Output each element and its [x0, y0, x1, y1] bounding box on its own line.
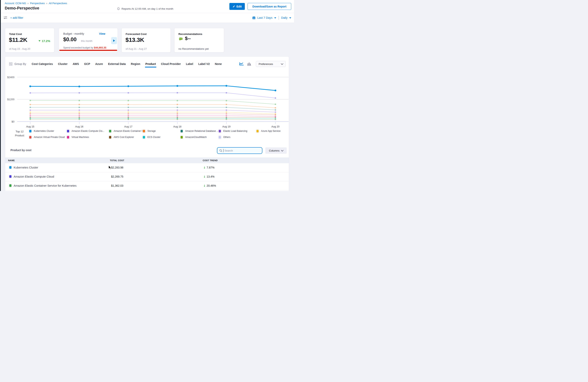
row-product-name: Kubernetes Cluster [14, 166, 38, 169]
report-schedule-note: Reports At 12:00 AM, on day 1 of the mon… [117, 7, 173, 10]
tab-external-data[interactable]: External Data [108, 62, 126, 65]
series-color-swatch [9, 184, 12, 188]
forecasted-cost-period: of Aug 21 - Aug 27 [126, 47, 147, 50]
column-header-name[interactable]: NAME [8, 159, 15, 162]
table-row-amazon-elastic-container-service-for-kubernetes[interactable]: Amazon Elastic Container Service for Kub… [5, 181, 289, 191]
breadcrumb-account-link[interactable]: Account: CCM-NG [5, 2, 26, 5]
table-body: Kubernetes Cluster$2,283.98↓7.87%Amazon … [5, 163, 289, 191]
legend-item-label: ECS Cluster [147, 136, 160, 138]
line-chart-toggle-icon[interactable] [239, 62, 244, 66]
chevron-down-icon[interactable] [274, 17, 276, 19]
columns-dropdown[interactable]: Columns [265, 147, 287, 154]
tab-label[interactable]: Label [186, 62, 193, 65]
svg-text:Aug 16: Aug 16 [75, 125, 83, 128]
chart-legend: Top 12 Product Kubernetes ClusterAmazon … [5, 129, 286, 140]
series-color-swatch [180, 135, 183, 139]
row-product-name: Amazon Elastic Compute Cloud [14, 175, 54, 178]
series-color-swatch [218, 135, 221, 139]
time-controls: Last 7 Days Daily [252, 16, 291, 20]
date-range-dropdown[interactable]: Last 7 Days [257, 16, 273, 19]
budget-next-button[interactable] [111, 37, 117, 44]
total-cost-trend-value: 17.2% [42, 39, 50, 43]
cost-trend-line-chart[interactable]: $2400$1200$0Aug 15Aug 16Aug 17Aug 18Aug … [5, 73, 289, 133]
table-row-kubernetes-cluster[interactable]: Kubernetes Cluster$2,283.98↓7.87% [5, 163, 289, 172]
legend-item-label: Others [223, 136, 230, 138]
legend-item-storage[interactable]: Storage [142, 129, 180, 133]
row-cost-trend: ↓13.4% [203, 175, 214, 178]
table-section-title: Product by cost [10, 149, 31, 152]
svg-text:$2400: $2400 [7, 76, 14, 79]
tab-product[interactable]: Product [146, 62, 156, 65]
chevron-down-icon [281, 149, 284, 152]
legend-item-label: Amazon Elastic Compute Clo... [72, 130, 104, 133]
series-color-swatch [66, 135, 70, 139]
calendar-icon [252, 16, 255, 19]
tab-cluster[interactable]: Cluster [58, 62, 68, 65]
budget-exceeded-note: Spend exceeded budget by $44,693.35 [63, 46, 106, 49]
series-color-swatch [108, 135, 112, 139]
tab-label-v2[interactable]: Label V2 [198, 62, 210, 65]
preferences-dropdown[interactable]: Preferences [256, 61, 286, 67]
granularity-dropdown[interactable]: Daily [281, 16, 288, 19]
total-cost-card: Total Cost $11.2K 17.2% of Aug 15 - Aug … [5, 28, 54, 53]
row-product-name: Amazon Elastic Container Service for Kub… [14, 184, 76, 187]
series-color-swatch [108, 129, 112, 133]
tab-aws[interactable]: AWS [73, 62, 79, 65]
legend-item-amazon-relational-database[interactable]: Amazon Relational Database ... [180, 129, 218, 133]
row-cost-trend: ↓20.46% [203, 184, 216, 187]
recommendations-value: $-- [185, 36, 191, 41]
row-trend-value: 7.87% [207, 166, 215, 169]
tab-cost-categories[interactable]: Cost Categories [32, 62, 53, 65]
tab-cloud-provider[interactable]: Cloud Provider [161, 62, 181, 65]
recommendations-title: Recommendations [178, 33, 202, 36]
series-color-swatch [142, 135, 146, 139]
trend-down-arrow-icon: ↓ [203, 175, 206, 178]
row-trend-value: 13.4% [207, 175, 215, 178]
tab-gcp[interactable]: GCP [84, 62, 90, 65]
row-cost-trend: ↓7.87% [203, 166, 214, 169]
series-color-swatch [256, 129, 259, 133]
table-row-amazon-elastic-compute-cloud[interactable]: Amazon Elastic Compute Cloud$2,269.75↓13… [5, 172, 289, 181]
tab-none[interactable]: None [215, 62, 222, 65]
legend-item-aws-cost-explorer[interactable]: AWS Cost Explorer [108, 135, 142, 139]
tab-azure[interactable]: Azure [95, 62, 103, 65]
column-header-cost-trend[interactable]: COST TREND [203, 159, 218, 162]
legend-item-elastic-load-balancing[interactable]: Elastic Load Balancing [218, 129, 256, 133]
legend-item-others[interactable]: Others [218, 135, 256, 139]
legend-item-azure-app-service[interactable]: Azure App Service [256, 129, 281, 133]
breadcrumb-separator-icon: › [46, 2, 47, 5]
column-header-total-cost[interactable]: TOTAL COST [110, 159, 124, 162]
table-header-row: NAME TOTAL COST COST TREND [5, 157, 289, 163]
add-filter-button[interactable]: + add filter [10, 16, 23, 19]
collapsed-nav-strip[interactable] [0, 0, 1, 191]
breadcrumb-all-perspectives-link[interactable]: All Perspectives [49, 2, 67, 5]
budget-view-link[interactable]: View [99, 32, 105, 35]
legend-item-amazon-elastic-container-se[interactable]: Amazon Elastic Container Se... [108, 129, 142, 133]
legend-item-ecs-cluster[interactable]: ECS Cluster [142, 135, 180, 139]
breadcrumb: Account: CCM-NG › Perspectives › All Per… [5, 2, 67, 5]
legend-item-virtual-machines[interactable]: Virtual Machines [66, 135, 108, 139]
search-placeholder: Search [224, 149, 233, 152]
legend-item-amazon-elastic-compute-clo[interactable]: Amazon Elastic Compute Clo... [66, 129, 108, 133]
bell-icon [117, 7, 120, 10]
chevron-down-icon[interactable] [289, 17, 291, 19]
group-by-label: Group By [14, 62, 26, 65]
legend-items: Kubernetes ClusterAmazon Elastic Compute… [29, 129, 281, 139]
download-save-report-button[interactable]: Download/Save as Report [248, 3, 291, 10]
legend-item-amazon-virtual-private-cloud[interactable]: Amazon Virtual Private Cloud [29, 135, 66, 139]
forecasted-cost-card: Forecasted Cost $13.3K of Aug 21 - Aug 2… [122, 28, 171, 53]
filter-sliders-icon[interactable] [3, 16, 7, 20]
legend-item-kubernetes-cluster[interactable]: Kubernetes Cluster [29, 129, 66, 133]
edit-button[interactable]: Edit [229, 3, 245, 10]
series-color-swatch [9, 175, 12, 178]
search-input[interactable]: Search [217, 147, 262, 154]
budget-card: Budget - monthly View $0.00 this month S… [59, 28, 118, 53]
tab-region[interactable]: Region [131, 62, 140, 65]
bar-chart-toggle-icon[interactable] [247, 62, 251, 66]
recommendations-card: Recommendations $-- no Recommendations y… [174, 28, 224, 53]
legend-item-label: AmazonCloudWatch [185, 136, 207, 138]
download-button-label: Download/Save as Report [252, 5, 287, 8]
legend-item-amazoncloudwatch[interactable]: AmazonCloudWatch [180, 135, 218, 139]
breadcrumb-perspectives-link[interactable]: Perspectives [30, 2, 45, 5]
legend-item-label: Storage [147, 130, 156, 133]
